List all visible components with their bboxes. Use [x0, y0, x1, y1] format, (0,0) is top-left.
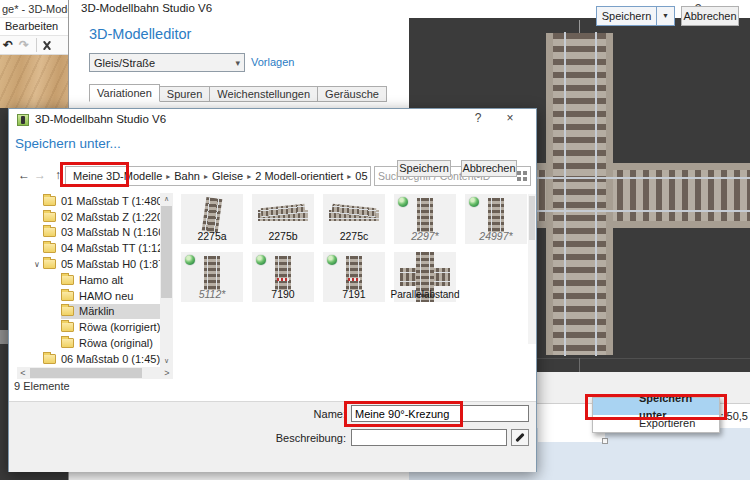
folder-tree: 01 Maßstab T (1:480) 02 Maßstab Z (1:220… [17, 193, 160, 367]
folder-icon [43, 354, 56, 364]
scroll-right-icon[interactable]: > [161, 367, 173, 379]
folder-icon [43, 259, 56, 269]
track-thumbnail [258, 210, 308, 221]
track-thumbnail [202, 197, 223, 233]
up-icon[interactable]: ↑ [51, 168, 65, 182]
tree-item[interactable]: Hamo alt [17, 272, 160, 288]
tab-weichenstellungen[interactable]: Weichenstellungen [210, 86, 318, 102]
background-menubar: BearbeitenAn [0, 18, 68, 35]
app-icon [17, 114, 29, 126]
tree-horizontal-scrollbar[interactable]: < > [17, 367, 173, 379]
track-thumbnail [204, 256, 220, 290]
cancel-button[interactable]: Abbrechen [461, 160, 517, 177]
save-dialog-heading: Speichern unter... [15, 136, 121, 151]
background-window-title: ge* - 3D-Model [0, 0, 68, 18]
tree-item[interactable]: HAMO neu [17, 288, 160, 304]
scrollbar-thumb[interactable] [0, 330, 8, 344]
tab-spuren[interactable]: Spuren [160, 86, 210, 102]
tree-item[interactable]: 06 Maßstab 0 (1:45) [17, 351, 160, 367]
scrollbar-thumb[interactable] [161, 206, 172, 298]
chevron-down-icon: ▾ [235, 58, 240, 68]
menu-item-speichern-unter[interactable]: Speichern unter [593, 398, 719, 415]
save-dialog-title: 3D-Modellbahn Studio V6 [35, 113, 166, 125]
chevron-down-icon[interactable]: ∨ [31, 260, 43, 269]
item-24997[interactable]: 24997* [465, 194, 527, 244]
scrollbar-thumb[interactable] [30, 368, 142, 378]
grid-scrollbar[interactable] [528, 194, 536, 344]
rail [564, 32, 566, 356]
globe-icon [256, 255, 266, 265]
breadcrumb-modell-orientiert[interactable]: 2 Modell-orientiert [251, 170, 347, 182]
tree-item[interactable]: 01 Maßstab T (1:480) [17, 193, 160, 209]
save-dropdown-menu: Speichern unter Exportieren [592, 397, 720, 433]
breadcrumb-massstab-h0[interactable]: 05 Maßstab H0 (1 [351, 170, 371, 182]
folder-icon [61, 322, 74, 332]
scroll-left-icon[interactable]: < [17, 367, 29, 379]
vertical-track [546, 33, 613, 355]
item-2275b[interactable]: 2275b [252, 194, 314, 244]
globe-icon [469, 197, 479, 207]
scrollbar-thumb[interactable] [529, 196, 535, 240]
undo-icon[interactable]: ↶ [0, 38, 16, 52]
track-thumbnail [329, 210, 379, 221]
panel-resize-handle[interactable] [602, 438, 608, 444]
breadcrumb-bahn[interactable]: Bahn [170, 170, 204, 182]
globe-icon [185, 255, 195, 265]
back-icon[interactable]: ← [17, 168, 31, 182]
track-thumbnail [275, 256, 291, 290]
item-7191[interactable]: 7191 [323, 252, 385, 302]
tree-item-expanded[interactable]: ∨05 Maßstab H0 (1:87) [17, 256, 160, 272]
tree-item[interactable]: Röwa (korrigiert) [17, 319, 160, 335]
category-dropdown[interactable]: Gleis/Straße ▾ [89, 53, 245, 72]
cancel-button[interactable]: Abbrechen [681, 6, 739, 26]
name-label: Name: [239, 406, 346, 423]
view-grid-icon[interactable] [517, 171, 527, 181]
cut-icon[interactable] [41, 39, 53, 52]
tree-item[interactable]: 04 Maßstab TT (1:120) [17, 240, 160, 256]
track-thumbnail [488, 198, 504, 232]
editor-heading: 3D-Modelleditor [89, 26, 191, 42]
redo-icon[interactable]: ↷ [16, 38, 32, 52]
save-button[interactable]: Speichern [596, 6, 657, 26]
folder-icon [43, 196, 56, 206]
editor-title: 3D-Modellbahn Studio V6 [81, 2, 212, 14]
item-2275a[interactable]: 2275a [181, 194, 243, 244]
item-2297[interactable]: 2297* [394, 194, 456, 244]
status-text: 9 Elemente [14, 380, 70, 392]
folder-icon [43, 243, 56, 253]
save-dropdown-arrow[interactable]: ▼ [657, 6, 675, 26]
templates-link[interactable]: Vorlagen [251, 56, 294, 68]
rail [595, 32, 597, 356]
breadcrumb: Meine 3D-Modelle ▸ Bahn ▸ Gleise ▸ 2 Mod… [65, 166, 371, 186]
item-7190[interactable]: 7190 [252, 252, 314, 302]
tree-item[interactable]: 02 Maßstab Z (1:220) [17, 209, 160, 225]
breadcrumb-gleise[interactable]: Gleise [208, 170, 247, 182]
save-button[interactable]: Speichern [397, 160, 451, 177]
tree-item-selected[interactable]: Märklin [17, 304, 160, 320]
tab-geraeusche[interactable]: Geräusche [318, 86, 387, 102]
item-5112[interactable]: 5112* [181, 252, 243, 302]
menu-bearbeiten[interactable]: Bearbeiten [0, 18, 63, 35]
tree-item[interactable]: 03 Maßstab N (1:160) [17, 225, 160, 241]
close-button[interactable]: × [498, 110, 522, 126]
forward-icon[interactable]: → [33, 168, 47, 182]
globe-icon [327, 255, 337, 265]
help-button[interactable]: ? [466, 110, 490, 126]
scroll-up-icon[interactable]: ∧ [160, 193, 173, 205]
globe-icon [398, 197, 408, 207]
edit-description-button[interactable] [511, 429, 529, 446]
background-viewport-strip [0, 108, 8, 480]
tree-item[interactable]: Röwa (original) [17, 335, 160, 351]
baseboard-3d-scene [0, 55, 68, 108]
breadcrumb-meine-3d-modelle[interactable]: Meine 3D-Modelle [66, 170, 166, 182]
description-field[interactable] [351, 429, 507, 446]
name-field[interactable] [351, 405, 529, 422]
item-2275c[interactable]: 2275c [323, 194, 385, 244]
item-parallelabstand[interactable]: Parallelabstand [394, 252, 456, 302]
tree-vertical-scrollbar[interactable]: ∧ ∨ [160, 193, 173, 367]
tab-variationen[interactable]: Variationen [89, 84, 160, 102]
background-toolbar: ↶ ↷ [0, 35, 68, 55]
gauge-value-fragment: : 50,5 [720, 404, 748, 428]
track-thumbnail [346, 256, 362, 290]
scroll-down-icon[interactable]: ∨ [160, 355, 173, 367]
